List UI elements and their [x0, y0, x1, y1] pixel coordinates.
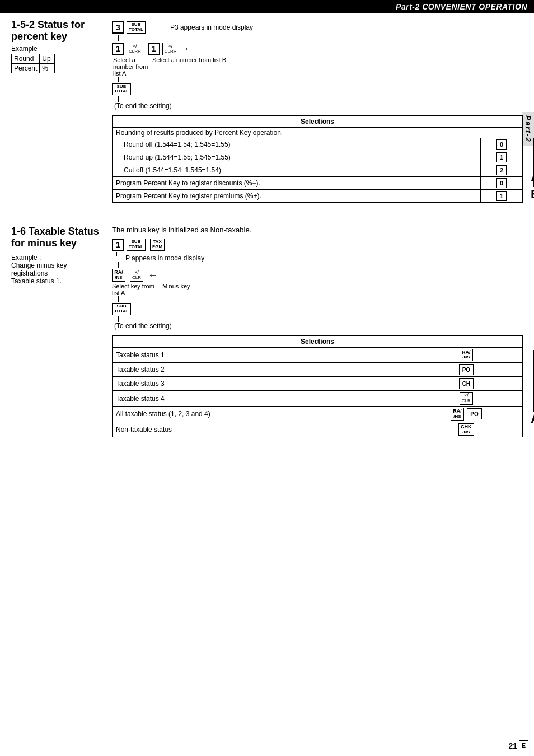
step2-row: 1 ×/ CLRR 1 ×/ CLRR ←	[112, 43, 523, 55]
selections-row-header-desc: Rounding of results produced by Percent …	[113, 128, 523, 138]
connector-1	[118, 35, 523, 41]
list-labels-row: Select a number from list A Select a num…	[113, 57, 523, 77]
example-16-desc2: registrations	[11, 269, 112, 277]
step2-16-list-a: Select key from list A	[112, 283, 162, 296]
step3-subtotal-key: SUB TOTAL	[112, 83, 131, 96]
xclr-key-3: ×/ CLR	[460, 392, 473, 405]
section-16-example: Example : Change minus key registrations…	[11, 254, 112, 285]
step1-bracket: P appears in mode display	[116, 252, 523, 262]
step1-row: 3 SUB TOTAL P3 appears in mode display	[112, 21, 523, 34]
sel16-row-3: Taxable status 4 ×/ CLR	[113, 391, 523, 407]
connector-16-3	[118, 316, 523, 322]
step2-16-labels: Select key from list A Minus key	[112, 283, 523, 296]
sel16-row-4: All taxable status (1, 2, 3 and 4) RA/ /…	[113, 406, 523, 422]
sel-desc-1: Round up (1.544=1.55; 1.545=1.55)	[113, 151, 481, 164]
sel-desc-0: Round off (1.544=1.54; 1.545=1.55)	[113, 138, 481, 151]
connector-16-2	[118, 296, 523, 302]
section-152-title: 1-5-2 Status for percent key	[11, 19, 112, 43]
section-152-right: 3 SUB TOTAL P3 appears in mode display 1…	[112, 19, 523, 203]
example-16-label: Example :	[11, 254, 112, 262]
selections-table-152: Selections Rounding of results produced …	[112, 115, 523, 203]
sel16-key-4: RA/ /NS PO	[410, 406, 522, 422]
arrow-right-16: ←	[148, 269, 158, 281]
step1-subtotal-key: SUB TOTAL	[127, 21, 146, 34]
connector-16-1	[118, 262, 523, 268]
sel16-desc-0: Taxable status 1	[113, 347, 410, 363]
selections-row-2: Cut off (1.544=1.54; 1.545=1.54) 2	[113, 164, 523, 177]
sel16-desc-5: Non-taxable status	[113, 422, 410, 437]
sel16-row-0: Taxable status 1 RA/ /NS	[113, 347, 523, 363]
step3-desc: (To end the setting)	[114, 102, 523, 110]
header-title: Part-2 CONVENIENT OPERATION	[396, 2, 527, 11]
sel16-key-3: ×/ CLR	[410, 391, 522, 407]
sel16-key-2: CH	[410, 377, 522, 391]
sel16-desc-1: Taxable status 2	[113, 363, 410, 377]
sel16-row-2: Taxable status 3 CH	[113, 377, 523, 391]
sel-desc-3: Program Percent Key to register discount…	[113, 177, 481, 190]
selections-row-header: Rounding of results produced by Percent …	[113, 128, 523, 138]
sel-desc-4: Program Percent Key to register premiums…	[113, 190, 481, 203]
label-B: B	[531, 187, 534, 202]
page-header: Part-2 CONVENIENT OPERATION	[0, 0, 534, 13]
po-key-4: PO	[467, 408, 481, 419]
step2-key2-number: 1	[148, 43, 160, 55]
badge-1: 1	[496, 152, 507, 162]
label-A-16: A	[531, 412, 534, 426]
sel-val-0: 0	[481, 138, 523, 151]
sel16-row-1: Taxable status 2 PO	[113, 363, 523, 377]
step1-bracket-line	[116, 252, 123, 256]
ra-key-4: RA/ /NS	[451, 408, 464, 421]
section-16-right: The minus key is initialized as Non-taxa…	[112, 226, 523, 437]
selections-header-16: Selections	[113, 335, 523, 347]
badge-4: 1	[496, 191, 507, 201]
list-b-label: Select a number from list B	[152, 57, 226, 77]
step1-16-desc: P appears in mode display	[125, 254, 204, 262]
sel-val-3: 0	[481, 177, 523, 190]
step2-16-ra-key: RA/ /NS	[112, 269, 125, 282]
step2-key1-clrr: ×/ CLRR	[127, 43, 143, 55]
step1-16-row: 1 SUB TOTAL TAX PGM	[112, 239, 523, 251]
selections-table-16: Selections Taxable status 1 RA/ /NS	[112, 335, 523, 438]
label-B-group: B	[527, 166, 534, 202]
sel16-desc-3: Taxable status 4	[113, 391, 410, 407]
e-badge: E	[519, 740, 528, 750]
ch-key-2: CH	[459, 378, 474, 389]
step1-key-number: 3	[112, 21, 124, 34]
step3-16-subtotal: SUB TOTAL	[112, 303, 131, 315]
connector-2	[118, 77, 523, 82]
section-16: 1-6 Taxable Status for minus key Example…	[11, 226, 523, 437]
selections-area-152: Selections Rounding of results produced …	[112, 115, 523, 203]
step3-16-desc: (To end the setting)	[114, 322, 523, 330]
section-152: 1-5-2 Status for percent key Example Rou…	[11, 19, 523, 214]
sel16-key-1: PO	[410, 363, 522, 377]
selections-row-4: Program Percent Key to register premiums…	[113, 190, 523, 203]
sel16-desc-4: All taxable status (1, 2, 3 and 4)	[113, 406, 410, 422]
example-table: Round Up Percent %+	[11, 54, 55, 73]
sel16-row-5: Non-taxable status CHK /NS	[113, 422, 523, 437]
selections-row-1: Round up (1.544=1.55; 1.545=1.55) 1	[113, 151, 523, 164]
table-cell-up: Up	[40, 54, 55, 64]
selections-area-16: Selections Taxable status 1 RA/ /NS	[112, 335, 523, 438]
connector-3	[118, 96, 523, 102]
step3-16-row: SUB TOTAL	[112, 303, 523, 315]
step1-16-subtotal: SUB TOTAL	[127, 239, 146, 251]
example-16-desc3: Taxable status 1.	[11, 277, 112, 285]
step1-16-tax-pgm: TAX PGM	[150, 239, 165, 251]
sel-val-2: 2	[481, 164, 523, 177]
section-152-left: 1-5-2 Status for percent key Example Rou…	[11, 19, 112, 203]
table-cell-pct-plus: %+	[40, 64, 55, 73]
table-cell-round: Round	[12, 54, 40, 64]
po-key-1: PO	[459, 364, 474, 375]
step2-16-clr-key: ×/ CLR	[130, 269, 143, 282]
example-16-desc1: Change minus key	[11, 262, 112, 269]
section-16-tagline: The minus key is initialized as Non-taxa…	[112, 226, 523, 234]
sel-val-1: 1	[481, 151, 523, 164]
step3-row: SUB TOTAL	[112, 83, 523, 96]
chk-ns-key-5: CHK /NS	[458, 423, 474, 436]
badge-3: 0	[496, 178, 507, 188]
section-16-title: 1-6 Taxable Status for minus key	[11, 226, 112, 249]
selections-row-3: Program Percent Key to register discount…	[113, 177, 523, 190]
example-152-label: Example	[11, 45, 112, 53]
sel16-key-5: CHK /NS	[410, 422, 522, 437]
badge-0: 0	[496, 139, 507, 150]
